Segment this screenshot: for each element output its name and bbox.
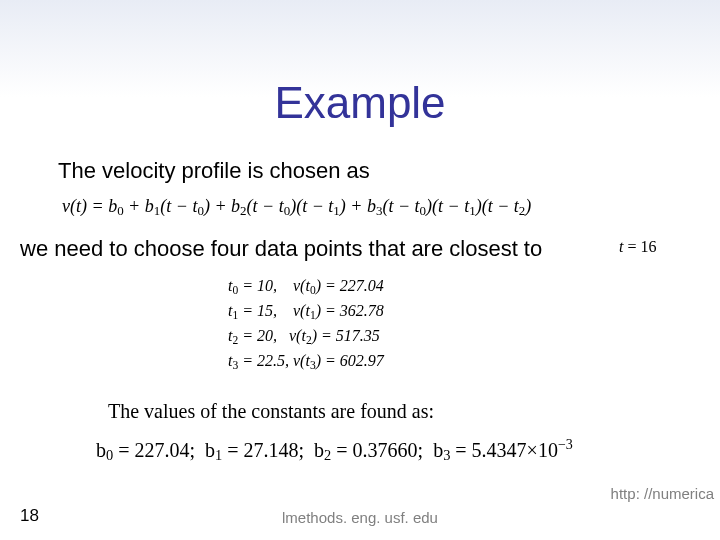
footer-center-text: lmethods. eng. usf. edu: [0, 509, 720, 526]
data-points-block: t0 = 10, v(t0) = 227.04 t1 = 15, v(t1) =…: [228, 274, 384, 375]
velocity-equation: v(t) = b0 + b1(t − t0) + b2(t − t0)(t − …: [62, 196, 531, 219]
data-point-0: t0 = 10, v(t0) = 227.04: [228, 274, 384, 299]
footer-right-link: http: //numerica: [611, 485, 714, 502]
target-t-value: t = 16: [619, 238, 656, 256]
slide-title: Example: [0, 78, 720, 128]
intro-text-2: we need to choose four data points that …: [20, 236, 542, 262]
data-point-3: t3 = 22.5, v(t3) = 602.97: [228, 349, 384, 374]
constants-values: b0 = 227.04; b1 = 27.148; b2 = 0.37660; …: [96, 437, 573, 464]
intro-text-1: The velocity profile is chosen as: [58, 158, 370, 184]
data-point-1: t1 = 15, v(t1) = 362.78: [228, 299, 384, 324]
slide: { "title": "Example", "line1": "The velo…: [0, 0, 720, 540]
constants-note: The values of the constants are found as…: [108, 400, 434, 423]
data-point-2: t2 = 20, v(t2) = 517.35: [228, 324, 384, 349]
